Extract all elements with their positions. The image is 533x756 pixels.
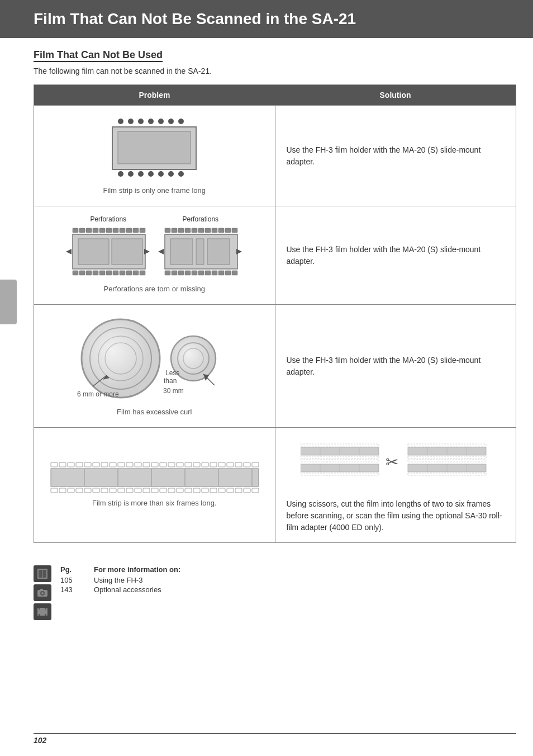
svg-rect-104 <box>185 462 192 467</box>
svg-rect-111 <box>244 462 250 467</box>
perf-diagram-left <box>65 225 151 278</box>
svg-marker-42 <box>144 249 150 254</box>
svg-point-2 <box>138 119 144 124</box>
svg-rect-100 <box>151 462 158 467</box>
svg-rect-66 <box>212 271 217 275</box>
main-table: Problem Solution <box>34 84 516 543</box>
svg-rect-136 <box>185 488 192 493</box>
caption-row3: Film has excessive curl <box>43 403 266 418</box>
table-row: 6 mm or more Less than <box>34 305 516 428</box>
caption-row2: Perforations are torn or missing <box>43 280 266 295</box>
svg-rect-103 <box>177 462 183 467</box>
svg-text:✂: ✂ <box>386 453 398 471</box>
ref-icon-2 <box>34 584 51 601</box>
svg-rect-65 <box>205 271 211 275</box>
camera-icon <box>36 587 49 599</box>
col-header-solution: Solution <box>275 85 516 106</box>
svg-rect-151 <box>301 460 379 462</box>
svg-rect-132 <box>151 488 158 493</box>
svg-rect-53 <box>225 228 231 233</box>
ref-row-1: 105 Using the FH-3 <box>60 576 180 584</box>
ref-text-1: Using the FH-3 <box>94 576 180 584</box>
svg-rect-92 <box>84 462 91 467</box>
svg-point-11 <box>138 171 144 177</box>
ref-row-2: 143 Optional accessories <box>60 585 180 594</box>
svg-rect-67 <box>218 271 224 275</box>
svg-point-13 <box>158 171 164 177</box>
problem-cell-4: Film strip is more than six frames long. <box>34 428 275 543</box>
svg-rect-126 <box>101 488 108 493</box>
ref-text-2: Optional accessories <box>94 585 180 594</box>
svg-rect-91 <box>76 462 83 467</box>
ref-header-pg: Pg. <box>60 565 94 574</box>
svg-rect-121 <box>59 488 66 493</box>
svg-rect-130 <box>135 488 141 493</box>
svg-rect-112 <box>252 462 259 467</box>
svg-rect-88 <box>51 462 58 467</box>
svg-rect-178 <box>39 608 40 609</box>
svg-point-9 <box>118 171 123 177</box>
svg-point-3 <box>148 119 154 124</box>
perf-left: Perforations <box>65 215 151 280</box>
svg-rect-20 <box>93 228 98 233</box>
svg-rect-8 <box>118 131 191 164</box>
solution-text-4: Using scissors, cut the film into length… <box>287 499 502 532</box>
svg-rect-63 <box>192 271 197 275</box>
col-header-problem: Problem <box>34 85 275 106</box>
solution-text-2: Use the FH-3 film holder with the MA-20 … <box>287 245 481 266</box>
solution-cell-3: Use the FH-3 film holder with the MA-20 … <box>275 305 516 428</box>
svg-text:Less: Less <box>165 369 179 377</box>
svg-point-12 <box>148 171 154 177</box>
ref-icons <box>34 565 51 620</box>
svg-rect-49 <box>198 228 204 233</box>
svg-point-4 <box>158 119 164 124</box>
svg-rect-108 <box>218 462 225 467</box>
svg-rect-94 <box>101 462 108 467</box>
svg-rect-96 <box>118 462 125 467</box>
svg-rect-105 <box>193 462 200 467</box>
svg-rect-24 <box>120 228 125 233</box>
svg-rect-109 <box>227 462 234 467</box>
svg-rect-106 <box>202 462 208 467</box>
svg-rect-123 <box>76 488 83 493</box>
svg-rect-110 <box>235 462 242 467</box>
svg-rect-30 <box>112 239 142 264</box>
svg-rect-169 <box>408 473 486 475</box>
intro-text: The following film can not be scanned in… <box>34 67 516 75</box>
section-title: Film That Can Not Be Used <box>34 49 163 62</box>
table-row: Film strip is more than six frames long. <box>34 428 516 543</box>
svg-rect-179 <box>39 614 40 616</box>
svg-rect-48 <box>192 228 197 233</box>
svg-rect-158 <box>408 444 486 446</box>
svg-rect-69 <box>232 271 237 275</box>
caption-row1: Film strip is only one frame long <box>43 182 266 197</box>
perf-right: Perforations <box>157 215 244 280</box>
svg-rect-144 <box>252 488 259 493</box>
svg-rect-68 <box>225 271 231 275</box>
svg-point-15 <box>178 171 184 177</box>
ref-header-for: For more information on: <box>94 565 180 574</box>
svg-rect-38 <box>120 271 125 275</box>
svg-rect-57 <box>196 239 204 264</box>
svg-rect-140 <box>218 488 225 493</box>
svg-rect-22 <box>106 228 112 233</box>
svg-point-6 <box>178 119 184 124</box>
curl-diagram: 6 mm or more Less than <box>76 314 232 403</box>
svg-rect-98 <box>135 462 141 467</box>
svg-marker-16 <box>66 249 72 254</box>
svg-rect-59 <box>165 271 170 275</box>
svg-rect-27 <box>140 228 145 233</box>
page-title: Film That Can Not Be Scanned in the SA-2… <box>34 10 516 28</box>
perf-label-left: Perforations <box>65 215 151 223</box>
side-tab <box>0 280 17 324</box>
solution-text-1: Use the FH-3 film holder with the MA-20 … <box>287 145 481 166</box>
table-row: Perforations <box>34 206 516 305</box>
svg-rect-37 <box>113 271 118 275</box>
scissors-diagram: ✂ <box>301 437 491 493</box>
svg-rect-25 <box>126 228 132 233</box>
svg-rect-19 <box>86 228 92 233</box>
svg-rect-50 <box>205 228 211 233</box>
svg-rect-180 <box>45 608 46 609</box>
svg-rect-29 <box>78 239 109 264</box>
svg-rect-129 <box>126 488 133 493</box>
